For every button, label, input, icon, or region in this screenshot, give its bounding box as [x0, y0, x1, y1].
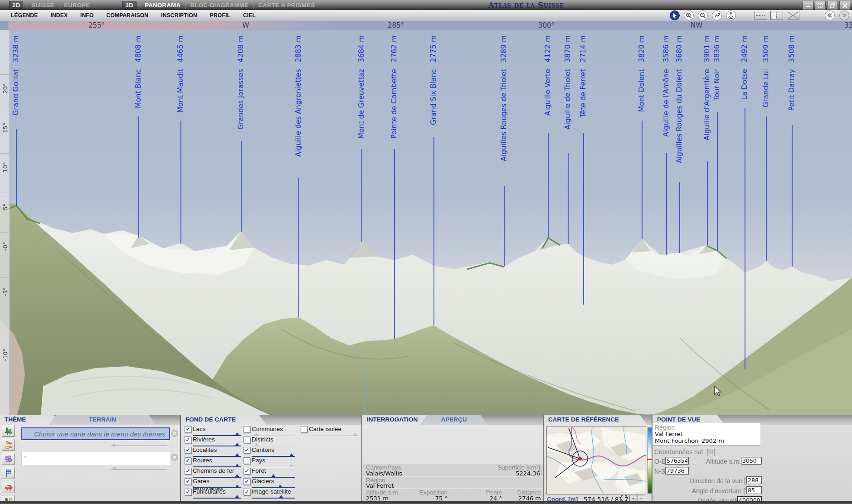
boundaries-theme-button[interactable] — [2, 467, 15, 479]
slider-handle[interactable] — [235, 443, 239, 446]
menu-comparaison[interactable]: COMPARAISON — [100, 12, 155, 19]
checkbox-funiculaires[interactable]: ✓ — [185, 489, 191, 495]
layout-split-button[interactable] — [770, 11, 783, 20]
layer-opacity-slider[interactable] — [193, 474, 241, 478]
collapse-caret-icon[interactable]: ^ — [24, 455, 27, 461]
layer-opacity-slider[interactable] — [193, 432, 241, 436]
reference-map[interactable] — [546, 426, 646, 494]
panorama-view[interactable]: 255°W285°300°NW330° 20°15°10°5°-0°-5°-10… — [0, 21, 852, 415]
checkbox-chemins-de-fer[interactable]: ✓ — [185, 468, 191, 475]
slider-handle[interactable] — [278, 485, 282, 488]
menu-ciel[interactable]: CIEL — [237, 12, 262, 19]
tab-basemap[interactable]: FOND DE CARTE — [181, 415, 266, 425]
tab-terrain[interactable]: TERRAIN — [49, 415, 156, 425]
layout-cross-button[interactable] — [787, 11, 799, 20]
layer-opacity-slider[interactable] — [252, 443, 295, 446]
vp-angle-input[interactable] — [746, 486, 762, 494]
checkbox-gares-ferroviaires[interactable]: ✓ — [185, 478, 191, 485]
nav-item-3d[interactable]: 3D — [122, 1, 136, 10]
slider-handle[interactable] — [254, 443, 259, 446]
layer-opacity-slider[interactable] — [193, 485, 241, 488]
slider-handle[interactable] — [235, 474, 239, 477]
tab-refmap[interactable]: CARTE DE RÉFÉRENCE — [544, 415, 647, 425]
layer-opacity-slider[interactable] — [252, 495, 295, 499]
nav-item-suisse[interactable]: SUISSE — [28, 2, 58, 9]
viewpoint-tool-button[interactable] — [726, 10, 736, 20]
theme-list-box[interactable]: ^ — [21, 452, 171, 466]
tab-overview[interactable]: APERÇU — [420, 415, 487, 425]
close-button[interactable] — [839, 1, 850, 10]
slider-handle[interactable] — [254, 432, 259, 436]
pointer-tool-button[interactable] — [670, 10, 680, 20]
minimize-button[interactable] — [803, 1, 813, 10]
slider-handle[interactable] — [235, 485, 239, 488]
slider-handle[interactable] — [235, 432, 239, 436]
nav-item-panorama[interactable]: PANORAMA — [141, 2, 185, 9]
clear-theme-button[interactable]: ✕ — [171, 430, 178, 437]
transport-theme-button[interactable] — [2, 481, 15, 493]
slider-handle[interactable] — [235, 464, 239, 467]
layer-opacity-slider[interactable] — [252, 432, 295, 436]
theme-slider-2[interactable] — [111, 467, 167, 471]
checkbox-foret[interactable]: ✓ — [243, 468, 250, 475]
layer-opacity-slider[interactable] — [193, 453, 241, 457]
slider-handle[interactable] — [111, 443, 117, 446]
history-forward-button[interactable] — [839, 10, 849, 20]
layer-opacity-slider[interactable] — [193, 495, 241, 499]
vp-alt-input[interactable] — [741, 457, 762, 465]
slider-handle[interactable] — [289, 453, 294, 456]
pan-view-tool-button[interactable] — [712, 10, 722, 20]
slider-handle[interactable] — [289, 464, 294, 467]
nav-item-2d[interactable]: 2D — [9, 1, 23, 10]
layer-opacity-slider[interactable] — [193, 464, 241, 467]
slider-handle[interactable] — [279, 495, 283, 498]
history-back-button[interactable] — [825, 10, 835, 20]
checkbox-lacs[interactable]: ✓ — [185, 426, 191, 433]
slider-handle[interactable] — [112, 467, 117, 470]
vp-direction-input[interactable] — [746, 476, 762, 484]
layer-opacity-slider[interactable] — [252, 485, 295, 488]
checkbox-carte-isolee[interactable] — [301, 426, 307, 433]
vp-ns-input[interactable] — [665, 467, 689, 475]
menu-profil[interactable]: PROFIL — [204, 12, 237, 19]
checkbox-routes[interactable]: ✓ — [185, 457, 191, 464]
checkbox-communes[interactable] — [243, 426, 250, 433]
nav-item-bloc-diagramme[interactable]: BLOC-DIAGRAMME — [186, 2, 253, 9]
chevrons-right-icon — [842, 13, 847, 18]
population-theme-button[interactable] — [2, 439, 15, 451]
checkbox-image-satellite[interactable]: ✓ — [243, 489, 250, 495]
slider-handle[interactable] — [353, 432, 357, 436]
checkbox-rivieres[interactable]: ✓ — [185, 436, 191, 443]
restore-button[interactable] — [827, 1, 838, 10]
zoom-out-tool-button[interactable] — [698, 10, 708, 20]
maximize-button[interactable] — [815, 1, 826, 10]
layer-opacity-slider[interactable] — [309, 432, 359, 436]
layer-opacity-slider[interactable] — [193, 443, 241, 446]
clear-list-button[interactable]: ✕ — [171, 454, 178, 461]
layer-opacity-slider[interactable] — [252, 464, 295, 467]
vp-oe-input[interactable] — [665, 457, 689, 465]
menu-index[interactable]: INDEX — [44, 12, 74, 19]
theme-map-chooser[interactable]: Choisir une carte dans le menu des thème… — [21, 427, 170, 440]
zoom-in-tool-button[interactable] — [684, 10, 694, 20]
theme-slider-1[interactable] — [111, 444, 167, 447]
layer-opacity-slider[interactable] — [252, 453, 295, 457]
menu-legende[interactable]: LÉGENDE — [5, 12, 44, 19]
layout-single-button[interactable] — [755, 11, 767, 20]
menu-inscription[interactable]: INSCRIPTION — [155, 12, 204, 19]
menu-info[interactable]: INFO — [74, 12, 100, 19]
checkbox-pays[interactable] — [243, 457, 250, 464]
checkbox-districts[interactable] — [243, 436, 250, 443]
slider-handle[interactable] — [235, 453, 239, 456]
nav-item-carte-a-prismes[interactable]: CARTE A PRISMES — [254, 2, 319, 9]
checkbox-glaciers[interactable]: ✓ — [243, 478, 250, 485]
environment-theme-button[interactable] — [2, 453, 15, 465]
layer-opacity-slider[interactable] — [252, 474, 295, 478]
nature-theme-button[interactable] — [2, 425, 15, 437]
slider-handle[interactable] — [235, 495, 239, 498]
checkbox-localites[interactable]: ✓ — [185, 447, 191, 454]
layout-split-icon — [772, 12, 782, 19]
checkbox-cantons[interactable]: ✓ — [243, 447, 250, 454]
slider-handle[interactable] — [271, 474, 276, 477]
nav-item-europe[interactable]: EUROPE — [60, 2, 94, 9]
